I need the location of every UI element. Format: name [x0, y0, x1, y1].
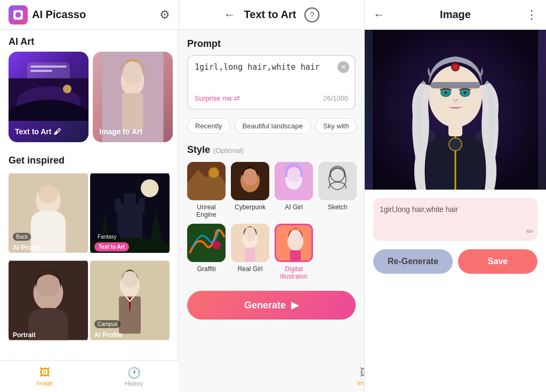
svg-rect-62: [430, 82, 480, 88]
inspired-item-portrait[interactable]: Portrait: [9, 258, 88, 343]
style-item-sketch[interactable]: Sketch: [318, 162, 357, 218]
left-panel: AI Art Text to Art 🖌: [0, 30, 179, 392]
image-nav-label: Image: [36, 380, 53, 386]
style-thumb-digital: [275, 224, 313, 262]
middle-nav-image[interactable]: 🖼 Image: [357, 366, 365, 386]
char-count: 26/1000: [323, 94, 348, 102]
ai-art-cards: Text to Art 🖌 Image to Art: [0, 52, 178, 149]
svg-rect-16: [115, 198, 121, 213]
mockup-line-1: [30, 66, 67, 68]
svg-rect-15: [117, 203, 142, 243]
left-bottom-nav: 🖼 Image 🕐 History: [0, 360, 179, 392]
image-to-art-card[interactable]: Image to Art: [93, 52, 173, 142]
surprise-me-button[interactable]: Surprise me ⇄: [195, 94, 240, 102]
style-item-digital[interactable]: Digital Illustraion: [275, 224, 313, 280]
shuffle-icon: ⇄: [234, 94, 240, 102]
chip-sky[interactable]: Sky with: [315, 118, 357, 134]
svg-point-14: [141, 179, 159, 198]
aigirl-svg: [275, 162, 313, 200]
inspired-btn-2[interactable]: Text to Art: [94, 242, 129, 251]
prompt-footer: Surprise me ⇄ 26/1000: [195, 94, 348, 102]
app-name: AI Picasso: [32, 9, 86, 21]
svg-point-34: [243, 168, 258, 185]
svg-point-27: [122, 272, 138, 288]
graffiti-svg: [187, 224, 226, 262]
card-label-image-to-art: Image to Art: [99, 127, 142, 136]
save-button[interactable]: Save: [458, 249, 537, 274]
page-title: Text to Art: [244, 9, 296, 21]
style-item-realgirl[interactable]: Real Girl: [231, 224, 269, 280]
more-options-icon[interactable]: ⋮: [526, 8, 537, 22]
svg-point-2: [17, 13, 20, 16]
history-nav-label: History: [125, 380, 143, 387]
style-name-digital: Digital Illustraion: [275, 265, 313, 280]
digital-svg: [276, 225, 313, 262]
right-panel: 1girl,long hair,white hair ✏ Re-Generate…: [365, 30, 546, 392]
chip-landscape[interactable]: Beautiful landscape: [235, 118, 311, 134]
mid-image-icon: 🖼: [360, 366, 365, 379]
action-buttons: Re-Generate Save: [365, 249, 546, 282]
svg-point-68: [463, 91, 467, 94]
style-thumb-graffiti: [187, 224, 226, 262]
app-header-left: AI Picasso ⚙: [0, 5, 179, 24]
style-grid: Unreal Engine Cyberpunk: [187, 162, 356, 280]
style-thumb-sketch: [318, 162, 357, 200]
svg-point-12: [38, 185, 58, 203]
inspired-item-ai-profile[interactable]: Back AI Profile: [9, 170, 88, 256]
style-name-unreal: Unreal Engine: [187, 203, 226, 218]
settings-icon[interactable]: ⚙: [159, 8, 170, 22]
inspired-tag-1: Back: [13, 233, 31, 241]
sketch-svg: [318, 162, 357, 200]
regenerate-button[interactable]: Re-Generate: [373, 249, 453, 274]
inspired-tag-2: Fantasy: [94, 233, 120, 241]
style-item-graffiti[interactable]: Graffiti: [187, 224, 226, 280]
prompt-input[interactable]: 1girl,long hair,white hair: [195, 62, 348, 89]
generate-button[interactable]: Generate ▶: [187, 291, 356, 320]
card-scene-svg: [9, 78, 89, 121]
style-name-sketch: Sketch: [328, 203, 348, 211]
edit-prompt-icon[interactable]: ✏: [526, 226, 533, 236]
mockup-line-2: [30, 70, 52, 72]
style-thumb-realgirl: [231, 224, 269, 262]
prompt-box: 1girl,long hair,white hair ✕ Surprise me…: [187, 55, 356, 110]
svg-point-45: [244, 227, 256, 241]
ai-generated-art: [373, 30, 538, 190]
style-header: Style (Optional): [187, 144, 356, 156]
left-nav-image[interactable]: 🖼 Image: [0, 366, 90, 386]
prompt-display-box: 1girl,long hair,white hair ✏: [373, 198, 537, 241]
svg-rect-46: [245, 248, 255, 262]
surprise-label: Surprise me: [195, 94, 232, 102]
chip-recently[interactable]: Recently: [187, 118, 230, 134]
svg-point-49: [289, 230, 302, 244]
svg-point-67: [444, 91, 447, 94]
style-thumb-aigirl: [275, 162, 313, 200]
style-optional: (Optional): [213, 146, 244, 154]
style-item-cyberpunk[interactable]: Cyberpunk: [231, 162, 269, 218]
help-button[interactable]: ?: [304, 7, 319, 22]
inspired-grid: Back AI Profile: [0, 170, 178, 375]
ai-art-title: AI Art: [0, 30, 178, 52]
svg-point-61: [453, 64, 458, 70]
style-item-unreal[interactable]: Unreal Engine: [187, 162, 226, 218]
back-button-right[interactable]: ←: [373, 8, 385, 22]
left-nav-history[interactable]: 🕐 History: [90, 366, 179, 387]
inspired-item-fantasy[interactable]: Fantasy Text to Art: [90, 170, 170, 256]
history-nav-icon: 🕐: [127, 366, 141, 379]
inspired-item-campus[interactable]: Campus AI Profile: [90, 258, 170, 343]
svg-rect-19: [130, 193, 136, 206]
generate-label: Generate: [244, 300, 286, 311]
svg-point-24: [36, 275, 61, 297]
svg-point-55: [449, 138, 462, 151]
get-inspired-title: Get inspired: [0, 149, 178, 170]
back-button-middle[interactable]: ←: [224, 8, 236, 22]
style-item-aigirl[interactable]: AI Girl: [275, 162, 313, 218]
inspired-label-1: AI Profile: [13, 244, 41, 251]
card-label-text-to-art: Text to Art 🖌: [15, 127, 61, 136]
image-nav-icon: 🖼: [39, 366, 50, 379]
middle-header: ← Text to Art ?: [179, 0, 365, 29]
clear-prompt-button[interactable]: ✕: [338, 61, 349, 73]
generate-icon: ▶: [291, 299, 299, 311]
text-to-art-card[interactable]: Text to Art 🖌: [9, 52, 89, 142]
inspired-label-3: Portrait: [13, 331, 36, 339]
style-name-cyberpunk: Cyberpunk: [235, 203, 266, 211]
